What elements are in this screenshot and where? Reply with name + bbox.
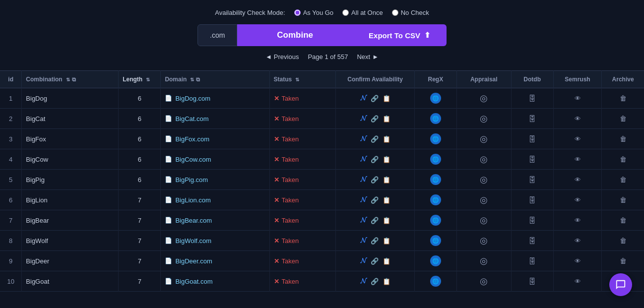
namecheap-icon[interactable]: 𝓝 [360,135,367,143]
appraisal-icon[interactable]: ◎ [480,93,488,104]
eye-icon[interactable]: 👁 [575,95,581,102]
domain-name[interactable]: BigGoat.com [175,278,212,285]
eye-icon[interactable]: 👁 [575,196,581,204]
db-icon[interactable]: 🗄 [528,155,536,164]
eye-icon[interactable]: 👁 [575,278,581,285]
namecheap-icon[interactable]: 𝓝 [360,216,367,224]
clipboard-icon[interactable]: 📋 [383,217,390,224]
eye-icon[interactable]: 👁 [575,135,581,143]
clipboard-icon[interactable]: 📋 [383,115,390,123]
db-icon[interactable]: 🗄 [528,94,536,103]
domain-name[interactable]: BigBear.com [175,217,212,224]
domain-name[interactable]: BigCow.com [175,156,211,163]
domain-name[interactable]: BigCat.com [175,115,208,123]
db-icon[interactable]: 🗄 [528,135,536,143]
previous-button[interactable]: ◄ ◄ Previous Previous [265,53,299,61]
chat-bubble-button[interactable] [609,273,632,296]
namecheap-icon[interactable]: 𝓝 [360,176,367,184]
db-icon[interactable]: 🗄 [528,237,536,245]
domain-name[interactable]: BigDog.com [175,95,210,102]
globe-icon[interactable]: 🌐 [430,113,441,124]
globe-icon[interactable]: 🌐 [430,154,441,165]
db-icon[interactable]: 🗄 [528,216,536,225]
clipboard-icon[interactable]: 📋 [383,176,390,184]
namecheap-icon[interactable]: 𝓝 [360,155,367,163]
db-icon[interactable]: 🗄 [528,196,536,204]
trash-icon[interactable]: 🗑 [620,135,627,143]
link-icon[interactable]: 🔗 [371,135,379,143]
clipboard-icon[interactable]: 📋 [383,237,390,245]
eye-icon[interactable]: 👁 [575,156,581,163]
combine-button[interactable]: Combine [237,24,353,46]
db-icon[interactable]: 🗄 [528,277,536,286]
link-icon[interactable]: 🔗 [371,196,379,204]
globe-icon[interactable]: 🌐 [430,93,441,104]
namecheap-icon[interactable]: 𝓝 [360,115,367,123]
clipboard-icon[interactable]: 📋 [383,95,390,102]
appraisal-icon[interactable]: ◎ [480,255,488,266]
link-icon[interactable]: 🔗 [371,176,379,184]
globe-icon[interactable]: 🌐 [430,215,441,226]
trash-icon[interactable]: 🗑 [620,94,627,102]
link-icon[interactable]: 🔗 [371,156,379,163]
combination-sort-icon[interactable]: ⇅ [66,77,70,82]
domain-name[interactable]: BigLion.com [175,196,211,204]
tld-button[interactable]: .com [197,24,237,46]
trash-icon[interactable]: 🗑 [620,115,627,123]
link-icon[interactable]: 🔗 [371,278,379,285]
domain-name[interactable]: BigWolf.com [175,237,211,245]
clipboard-icon[interactable]: 📋 [383,135,390,143]
appraisal-icon[interactable]: ◎ [480,194,488,205]
globe-icon[interactable]: 🌐 [430,255,441,266]
eye-icon[interactable]: 👁 [575,176,581,184]
link-icon[interactable]: 🔗 [371,257,379,265]
globe-icon[interactable]: 🌐 [430,174,441,185]
domain-copy-icon[interactable]: ⧉ [196,76,200,83]
status-sort-icon[interactable]: ⇅ [295,77,299,82]
domain-name[interactable]: BigFox.com [175,135,209,143]
globe-icon[interactable]: 🌐 [430,276,441,287]
trash-icon[interactable]: 🗑 [620,257,627,265]
namecheap-icon[interactable]: 𝓝 [360,277,367,285]
next-button[interactable]: Next ► [357,53,379,61]
link-icon[interactable]: 🔗 [371,237,379,245]
eye-icon[interactable]: 👁 [575,115,581,123]
domain-name[interactable]: BigDeer.com [175,257,212,265]
eye-icon[interactable]: 👁 [575,257,581,265]
appraisal-icon[interactable]: ◎ [480,113,488,124]
eye-icon[interactable]: 👁 [575,217,581,224]
trash-icon[interactable]: 🗑 [620,237,627,245]
namecheap-icon[interactable]: 𝓝 [360,257,367,265]
domain-name[interactable]: BigPig.com [175,176,208,184]
trash-icon[interactable]: 🗑 [620,176,627,184]
trash-icon[interactable]: 🗑 [620,216,627,224]
combination-copy-icon[interactable]: ⧉ [72,76,76,83]
trash-icon[interactable]: 🗑 [620,155,627,163]
namecheap-icon[interactable]: 𝓝 [360,237,367,245]
appraisal-icon[interactable]: ◎ [480,276,488,287]
appraisal-icon[interactable]: ◎ [480,235,488,246]
radio-no-check[interactable]: No Check [392,9,429,16]
clipboard-icon[interactable]: 📋 [383,257,390,265]
eye-icon[interactable]: 👁 [575,237,581,245]
appraisal-icon[interactable]: ◎ [480,215,488,226]
trash-icon[interactable]: 🗑 [620,196,627,204]
length-sort-icon[interactable]: ⇅ [146,77,150,82]
globe-icon[interactable]: 🌐 [430,133,441,144]
clipboard-icon[interactable]: 📋 [383,156,390,163]
globe-icon[interactable]: 🌐 [430,194,441,205]
appraisal-icon[interactable]: ◎ [480,174,488,185]
appraisal-icon[interactable]: ◎ [480,133,488,144]
db-icon[interactable]: 🗄 [528,176,536,184]
namecheap-icon[interactable]: 𝓝 [360,94,367,102]
globe-icon[interactable]: 🌐 [430,235,441,246]
link-icon[interactable]: 🔗 [371,217,379,224]
clipboard-icon[interactable]: 📋 [383,278,390,285]
db-icon[interactable]: 🗄 [528,115,536,123]
export-button[interactable]: Export To CSV ⬆ [353,24,447,46]
radio-as-you-go[interactable]: As You Go [294,9,333,16]
domain-sort-icon[interactable]: ⇅ [190,77,194,82]
appraisal-icon[interactable]: ◎ [480,154,488,165]
link-icon[interactable]: 🔗 [371,115,379,123]
namecheap-icon[interactable]: 𝓝 [360,196,367,204]
